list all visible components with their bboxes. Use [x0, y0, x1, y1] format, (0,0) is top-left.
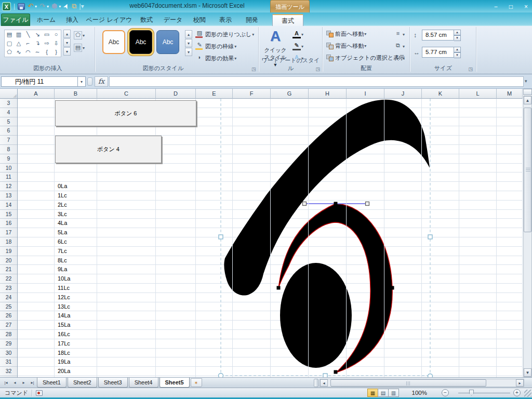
column-header-I[interactable]: I — [347, 89, 384, 99]
gallery-scroll-0[interactable]: ▴ — [63, 30, 71, 38]
row-headers[interactable]: 3456789101112131415161718192021222324252… — [0, 99, 18, 377]
row-header-19[interactable]: 19 — [0, 247, 17, 256]
gallery-scroll-1[interactable]: ▾ — [63, 38, 71, 47]
text-fill-button[interactable]: A▾ — [292, 30, 303, 38]
style-black[interactable]: Abc — [129, 30, 152, 54]
elbow-connector-icon[interactable]: ⌐ — [23, 39, 33, 48]
cell-B22[interactable]: 10La — [55, 274, 97, 284]
shape-width-field-up-icon[interactable]: ▲ — [454, 47, 461, 52]
arrow-icon[interactable]: ↘ — [33, 30, 42, 39]
undo-icon-dropdown[interactable]: ▾ — [35, 4, 37, 9]
row-header-23[interactable]: 23 — [0, 284, 17, 293]
arc-icon[interactable]: ◠ — [23, 48, 33, 57]
row-header-31[interactable]: 31 — [0, 357, 17, 367]
view-button-2[interactable]: ▥ — [388, 389, 399, 397]
minimize-icon[interactable]: − — [494, 3, 498, 10]
formula-input[interactable] — [109, 76, 524, 87]
scroll-left-icon[interactable]: ◂ — [320, 379, 328, 387]
select-cursor-icon[interactable]: ➤ — [61, 2, 72, 10]
edit-point-1[interactable] — [277, 286, 281, 290]
row-header-7[interactable]: 7 — [0, 136, 17, 145]
row-header-3[interactable]: 3 — [0, 99, 17, 108]
edit-point-3[interactable] — [334, 370, 338, 374]
cell-B31[interactable]: 19La — [55, 357, 97, 367]
cell-B30[interactable]: 18Lc — [55, 349, 97, 358]
group-button[interactable]: ⧉▾ — [394, 42, 405, 50]
triangle-icon[interactable]: △ — [14, 39, 23, 48]
button-4[interactable]: ボタン 4 — [55, 136, 162, 163]
row-header-16[interactable]: 16 — [0, 219, 17, 228]
column-header-L[interactable]: L — [459, 89, 497, 99]
size-dialog-launcher[interactable]: ◳ — [468, 66, 473, 72]
group-handle-circle-0[interactable] — [219, 374, 223, 378]
row-header-29[interactable]: 29 — [0, 339, 17, 349]
row-header-14[interactable]: 14 — [0, 201, 17, 210]
row-header-5[interactable]: 5 — [0, 117, 17, 127]
cell-B27[interactable]: 15La — [55, 321, 97, 330]
cell-B12[interactable]: 0La — [55, 182, 97, 191]
row-header-4[interactable]: 4 — [0, 108, 17, 117]
formula-bar-grip[interactable] — [87, 77, 92, 86]
column-header-H[interactable]: H — [309, 89, 347, 99]
sheet-tab-Sheet3[interactable]: Sheet3 — [98, 378, 128, 388]
sheet-nav-1[interactable]: ◂ — [10, 379, 19, 387]
style-scroll-2[interactable]: ▾ — [185, 48, 192, 56]
group-handle-square-0[interactable] — [219, 235, 223, 239]
cell-B13[interactable]: 1Lc — [55, 191, 97, 201]
tab-校閲[interactable]: 校閲 — [187, 14, 212, 26]
cell-B15[interactable]: 3Lc — [55, 210, 97, 219]
column-header-A[interactable]: A — [18, 89, 55, 99]
right-arrow-icon[interactable]: ⇨ — [42, 39, 51, 48]
cell-B21[interactable]: 9La — [55, 265, 97, 274]
column-header-D[interactable]: D — [156, 89, 196, 99]
group-handle-square-2[interactable] — [323, 374, 327, 377]
cell-B19[interactable]: 7Lc — [55, 247, 97, 256]
sheet-tab-Sheet5[interactable]: Sheet5 — [159, 378, 190, 388]
scribble-icon[interactable]: ∿ — [14, 48, 23, 57]
freeform-icon[interactable]: ⬠ — [5, 48, 14, 57]
style-scroll-0[interactable]: ▴ — [185, 30, 192, 38]
cell-B32[interactable]: 20La — [55, 367, 97, 376]
gallery-scroll-2[interactable]: ▾ — [63, 47, 71, 56]
tab-scrollbar-splitter[interactable] — [314, 379, 318, 387]
row-header-28[interactable]: 28 — [0, 330, 17, 339]
control-handle-0[interactable] — [303, 202, 307, 206]
rotate-button[interactable]: ↻▾ — [394, 54, 405, 62]
row-header-6[interactable]: 6 — [0, 126, 17, 136]
insert-worksheet-icon[interactable]: ✶ — [191, 378, 202, 387]
group-handle-square-1[interactable] — [428, 235, 432, 239]
shape-width-field[interactable]: 5.77 cm — [422, 47, 454, 58]
row-header-13[interactable]: 13 — [0, 191, 17, 201]
row-header-24[interactable]: 24 — [0, 293, 17, 302]
excel-logo-icon[interactable]: X — [2, 2, 11, 11]
row-header-11[interactable]: 11 — [0, 172, 17, 182]
redo-icon-dropdown[interactable]: ▾ — [47, 4, 49, 9]
maximize-icon[interactable]: □ — [509, 3, 513, 10]
zoom-slider-track[interactable] — [458, 393, 510, 393]
text-box-button[interactable]: ▤▾ — [74, 44, 85, 52]
shape-width-field-down-icon[interactable]: ▼ — [454, 52, 461, 58]
zoom-out-icon[interactable]: − — [442, 389, 449, 396]
vertical-split-handle[interactable] — [523, 89, 532, 95]
cell-B14[interactable]: 2Lc — [55, 201, 97, 210]
tab-挿入[interactable]: 挿入 — [60, 14, 85, 26]
vertical-scroll-thumb[interactable] — [524, 108, 531, 232]
expand-formula-bar-icon[interactable]: ▾ — [525, 78, 527, 84]
shape-styles-dialog-launcher[interactable]: ◳ — [251, 66, 256, 72]
cell-grid[interactable]: 0La1Lc2Lc3Lc4La5La6Lc7Lc8Lc9La10La11Lc12… — [18, 99, 523, 377]
column-header-B[interactable]: B — [55, 89, 97, 99]
rectangle-icon[interactable]: ▭ — [42, 30, 51, 39]
style-scroll-1[interactable]: ▾ — [185, 39, 192, 47]
wordart-dialog-launcher[interactable]: ◳ — [315, 66, 320, 72]
zoom-in-icon[interactable]: + — [513, 389, 521, 396]
tab-ページ レイアウト[interactable]: ページ レイアウト — [85, 14, 134, 26]
quick-styles-button[interactable]: Aクイックスタイル ▾ — [262, 28, 288, 71]
view-button-0[interactable]: ▦ — [367, 389, 378, 397]
row-header-12[interactable]: 12 — [0, 182, 17, 191]
undo-icon[interactable]: ↶ — [28, 2, 33, 11]
shape-height-field-down-icon[interactable]: ▼ — [454, 35, 461, 41]
sheet-tab-Sheet2[interactable]: Sheet2 — [68, 378, 97, 388]
row-header-9[interactable]: 9 — [0, 154, 17, 164]
cell-B20[interactable]: 8Lc — [55, 256, 97, 265]
text-outline-button[interactable]: ✎▾ — [292, 42, 303, 50]
